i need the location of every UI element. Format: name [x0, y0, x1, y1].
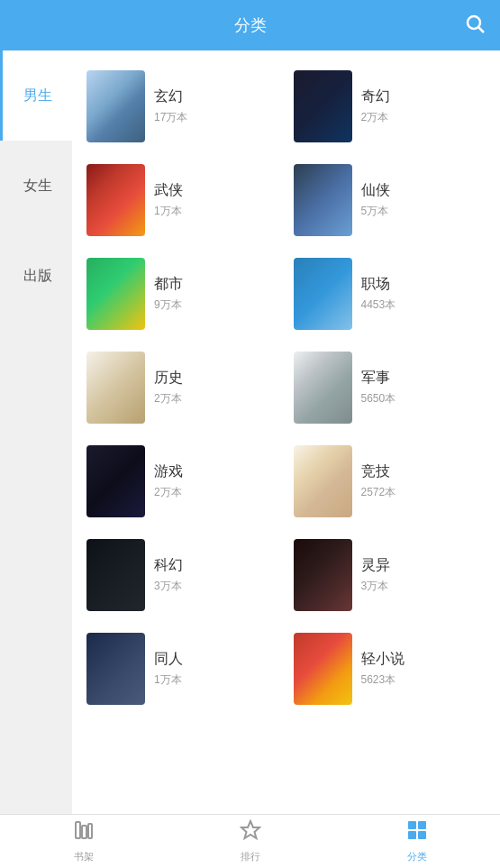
category-name-tongren: 同人 [154, 650, 183, 669]
category-cover-tongren [86, 633, 145, 705]
svg-rect-4 [88, 824, 92, 838]
category-cover-kehuan [86, 539, 145, 611]
category-count-qingxiaoshuo: 5623本 [361, 672, 405, 688]
bookshelf-icon [73, 819, 95, 846]
svg-rect-3 [82, 826, 86, 838]
nav-category-label: 分类 [407, 850, 427, 863]
main-container: 男生 女生 出版 玄幻17万本奇幻2万本武侠1万本仙侠5万本都市9万本职场445… [0, 50, 500, 814]
category-cover-xuanhuan [86, 70, 145, 142]
category-cover-wuxia [86, 164, 145, 236]
nav-ranking[interactable]: 排行 [167, 819, 333, 863]
category-count-lingyi: 3万本 [361, 579, 390, 594]
sidebar-item-male[interactable]: 男生 [0, 50, 72, 141]
category-item-lishi[interactable]: 历史2万本 [79, 341, 286, 434]
category-name-dushi: 都市 [154, 275, 183, 294]
svg-rect-6 [408, 821, 416, 829]
page-title: 分类 [234, 14, 267, 36]
category-item-qihuan[interactable]: 奇幻2万本 [286, 59, 494, 153]
category-name-xuanhuan: 玄幻 [154, 87, 187, 106]
nav-bookshelf[interactable]: 书架 [0, 819, 167, 863]
category-name-xianxia: 仙侠 [361, 181, 390, 200]
category-count-jingji: 2572本 [361, 485, 396, 500]
category-name-kehuan: 科幻 [154, 556, 183, 575]
category-name-wuxia: 武侠 [154, 181, 183, 200]
category-name-junshi: 军事 [361, 369, 396, 388]
svg-rect-8 [408, 831, 416, 839]
nav-category[interactable]: 分类 [333, 819, 500, 863]
category-count-dushi: 9万本 [154, 297, 183, 313]
category-count-xuanhuan: 17万本 [154, 110, 187, 125]
category-name-qihuan: 奇幻 [361, 87, 390, 106]
category-name-zhichang: 职场 [361, 275, 396, 294]
search-icon[interactable] [464, 13, 486, 39]
category-cover-lingyi [294, 539, 352, 611]
bottom-nav: 书架 排行 分类 [0, 814, 500, 868]
category-item-youxi[interactable]: 游戏2万本 [79, 434, 286, 528]
category-item-wuxia[interactable]: 武侠1万本 [79, 153, 286, 247]
category-cover-qingxiaoshuo [294, 633, 352, 705]
category-cover-junshi [294, 352, 352, 424]
category-cover-dushi [86, 258, 145, 330]
category-name-lingyi: 灵异 [361, 556, 390, 575]
category-count-qihuan: 2万本 [361, 110, 390, 125]
category-cover-xianxia [294, 164, 352, 236]
sidebar-item-publish[interactable]: 出版 [0, 231, 72, 321]
category-item-jingji[interactable]: 竞技2572本 [286, 434, 494, 528]
category-item-tongren[interactable]: 同人1万本 [79, 622, 286, 716]
category-count-xianxia: 5万本 [361, 204, 390, 219]
ranking-icon [240, 819, 261, 846]
category-count-junshi: 5650本 [361, 391, 396, 407]
category-cover-jingji [294, 445, 352, 517]
svg-rect-7 [418, 821, 426, 829]
sidebar: 男生 女生 出版 [0, 50, 72, 814]
category-cover-qihuan [294, 70, 352, 142]
category-count-youxi: 2万本 [154, 485, 183, 500]
category-cover-zhichang [294, 258, 352, 330]
category-name-jingji: 竞技 [361, 462, 396, 481]
svg-rect-2 [76, 822, 80, 838]
nav-bookshelf-label: 书架 [74, 850, 94, 863]
category-icon [406, 819, 428, 846]
category-item-zhichang[interactable]: 职场4453本 [286, 247, 494, 341]
category-item-xuanhuan[interactable]: 玄幻17万本 [79, 59, 286, 153]
category-cover-youxi [86, 445, 145, 517]
header: 分类 [0, 0, 500, 50]
category-item-dushi[interactable]: 都市9万本 [79, 247, 286, 341]
category-item-kehuan[interactable]: 科幻3万本 [79, 528, 286, 622]
category-count-kehuan: 3万本 [154, 579, 183, 594]
category-name-qingxiaoshuo: 轻小说 [361, 650, 405, 669]
category-item-qingxiaoshuo[interactable]: 轻小说5623本 [286, 622, 494, 716]
sidebar-item-female[interactable]: 女生 [0, 141, 72, 231]
category-item-xianxia[interactable]: 仙侠5万本 [286, 153, 494, 247]
category-count-lishi: 2万本 [154, 391, 183, 407]
category-count-zhichang: 4453本 [361, 297, 396, 313]
category-cover-lishi [86, 352, 145, 424]
category-item-junshi[interactable]: 军事5650本 [286, 341, 494, 434]
category-count-tongren: 1万本 [154, 672, 183, 688]
category-name-lishi: 历史 [154, 369, 183, 388]
category-name-youxi: 游戏 [154, 462, 183, 481]
svg-point-0 [468, 16, 480, 29]
svg-line-1 [479, 27, 485, 32]
category-item-lingyi[interactable]: 灵异3万本 [286, 528, 494, 622]
svg-marker-5 [241, 821, 259, 838]
category-grid: 玄幻17万本奇幻2万本武侠1万本仙侠5万本都市9万本职场4453本历史2万本军事… [79, 59, 493, 716]
nav-ranking-label: 排行 [241, 850, 260, 863]
category-content: 玄幻17万本奇幻2万本武侠1万本仙侠5万本都市9万本职场4453本历史2万本军事… [72, 50, 500, 814]
svg-rect-9 [418, 831, 426, 839]
category-count-wuxia: 1万本 [154, 204, 183, 219]
